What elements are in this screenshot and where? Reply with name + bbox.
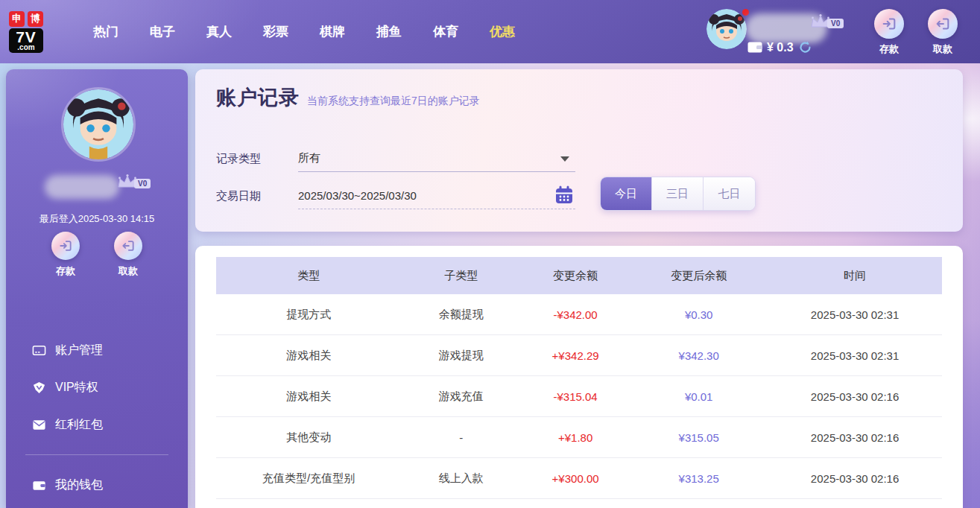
record-type-filter: 记录类型 所有: [216, 145, 575, 172]
deposit-label: 存款: [45, 264, 86, 278]
nav-item-hot[interactable]: 热门: [78, 16, 134, 48]
nav-item-board-games[interactable]: 棋牌: [304, 16, 361, 48]
cell-type: 游戏相关: [216, 390, 401, 404]
sidebar-item-vip-privileges[interactable]: VIP特权: [6, 369, 188, 406]
logo-badge-shen: 申: [9, 11, 25, 27]
deposit-icon: [51, 232, 80, 260]
main-content: 账户记录 当前系统支持查询最近7日的账户记录 记录类型 所有 交易日期 2025…: [195, 69, 963, 508]
cell-change: -¥342.00: [521, 308, 630, 321]
nav-item-slots[interactable]: 电子: [134, 16, 191, 48]
avatar[interactable]: [706, 9, 747, 49]
wallet-icon: [31, 477, 46, 492]
withdraw-icon: [928, 9, 958, 39]
cell-subtype: 游戏充值: [401, 390, 521, 404]
chevron-down-icon[interactable]: [560, 156, 569, 162]
site-logo[interactable]: 申 博 7V .com: [9, 11, 55, 53]
main-nav: 热门 电子 真人 彩票 棋牌 捕鱼 体育 优惠: [78, 16, 531, 48]
cell-change: +¥300.00: [521, 472, 630, 485]
vip-level[interactable]: V0: [809, 13, 844, 30]
cell-type: 充值类型/充值型别: [216, 472, 401, 486]
cell-after: ¥0.30: [630, 308, 768, 321]
nav-item-promotions[interactable]: 优惠: [474, 16, 531, 48]
table-row: 充值类型/充值型别 线上入款 +¥300.00 ¥313.25 2025-03-…: [216, 458, 942, 499]
range-button-seven-days[interactable]: 七日: [704, 177, 755, 210]
topbar-quick-actions: 存款 取款: [868, 9, 964, 56]
date-range-filter: 交易日期 2025/03/30~2025/03/30: [216, 182, 575, 209]
deposit-button[interactable]: 存款: [868, 9, 910, 56]
date-range-segment: 今日 三日 七日: [600, 177, 756, 211]
sidebar-item-bonus-redpacket[interactable]: 红利红包: [6, 406, 188, 443]
cell-subtype: 余额提现: [401, 308, 521, 322]
col-header-time: 时间: [768, 269, 942, 283]
cell-time: 2025-03-30 02:31: [768, 349, 942, 362]
page-subtitle: 当前系统支持查询最近7日的账户记录: [307, 95, 480, 108]
date-range-label: 交易日期: [216, 189, 298, 203]
sidebar-item-label: 我的钱包: [55, 477, 103, 493]
record-type-value: 所有: [298, 151, 320, 165]
vip-badge: V0: [134, 179, 151, 188]
topbar-user-area: V0 ¥ 0.3: [706, 7, 870, 57]
cell-subtype: 游戏提现: [401, 349, 521, 363]
envelope-icon: [31, 417, 46, 432]
logo-main: 7V .com: [9, 28, 43, 53]
table-row: 提现方式 余额提现 -¥342.00 ¥0.30 2025-03-30 02:3…: [216, 294, 942, 335]
cell-after: ¥342.30: [630, 349, 768, 362]
records-table-panel: 类型 子类型 变更余额 变更后余额 时间 提现方式 余额提现 -¥342.00 …: [195, 246, 963, 508]
nav-item-fishing[interactable]: 捕鱼: [361, 16, 417, 48]
vip-badge: V0: [827, 19, 844, 28]
sidebar-item-account-management[interactable]: 账户管理: [6, 331, 188, 369]
records-header-panel: 账户记录 当前系统支持查询最近7日的账户记录 记录类型 所有 交易日期 2025…: [195, 69, 963, 232]
table-row: 其他变动 - +¥1.80 ¥315.05 2025-03-30 02:16: [216, 417, 942, 458]
sidebar-item-my-wallet[interactable]: 我的钱包: [6, 466, 188, 504]
logo-7v-text: 7V: [9, 29, 43, 45]
cell-subtype: -: [401, 431, 521, 444]
cell-subtype: 线上入款: [401, 472, 521, 486]
cell-time: 2025-03-30 02:16: [768, 472, 942, 485]
sidebar: V0 最后登入2025-03-30 14:15 存款 取款: [6, 69, 188, 508]
balance-row: ¥ 0.3: [747, 40, 812, 54]
record-type-label: 记录类型: [216, 152, 298, 166]
refresh-icon[interactable]: [798, 40, 812, 54]
cell-time: 2025-03-30 02:31: [768, 308, 942, 321]
sidebar-item-label: VIP特权: [55, 380, 98, 396]
bank-card-icon: [31, 343, 46, 358]
calendar-icon[interactable]: [554, 185, 574, 205]
menu-divider: [25, 454, 168, 455]
table-row: 游戏相关 游戏充值 -¥315.04 ¥0.01 2025-03-30 02:1…: [216, 376, 942, 417]
page-title: 账户记录: [216, 84, 300, 111]
col-header-subtype: 子类型: [401, 269, 521, 283]
cell-time: 2025-03-30 02:16: [768, 390, 942, 403]
sidebar-quick-actions: 存款 取款: [6, 232, 188, 278]
title-row: 账户记录 当前系统支持查询最近7日的账户记录: [216, 84, 942, 111]
withdraw-icon: [114, 232, 142, 260]
sidebar-menu: 账户管理 VIP特权 红利红包 我的钱包 交易记录: [6, 331, 188, 508]
sidebar-item-transaction-records[interactable]: 交易记录: [6, 504, 188, 508]
logo-com-text: .com: [9, 44, 43, 51]
cell-type: 游戏相关: [216, 349, 401, 363]
nav-item-live[interactable]: 真人: [191, 16, 247, 48]
nav-item-sports[interactable]: 体育: [417, 16, 474, 48]
last-login-text: 最后登入2025-03-30 14:15: [6, 212, 188, 226]
vip-shield-icon: [31, 380, 46, 395]
range-button-three-days[interactable]: 三日: [652, 177, 704, 210]
sidebar-withdraw-button[interactable]: 取款: [107, 232, 149, 278]
col-header-change: 变更余额: [521, 269, 630, 283]
topbar: 申 博 7V .com 热门 电子 真人 彩票 棋牌 捕鱼 体育 优惠: [0, 0, 980, 63]
date-range-input[interactable]: 2025/03/30~2025/03/30: [298, 182, 575, 209]
range-button-today[interactable]: 今日: [601, 177, 652, 210]
sidebar-avatar[interactable]: [61, 87, 136, 162]
record-type-select[interactable]: 所有: [298, 145, 575, 172]
balance-amount: ¥ 0.3: [767, 41, 794, 54]
nav-item-lottery[interactable]: 彩票: [247, 16, 304, 48]
notification-dot: [742, 9, 749, 16]
logo-badges: 申 博: [9, 11, 55, 27]
withdraw-label: 取款: [107, 264, 149, 278]
table-header-row: 类型 子类型 变更余额 变更后余额 时间: [216, 257, 942, 294]
sidebar-username-blurred: [45, 175, 119, 199]
withdraw-button[interactable]: 取款: [922, 9, 964, 56]
sidebar-deposit-button[interactable]: 存款: [45, 232, 86, 278]
sidebar-vip-level[interactable]: V0: [116, 174, 151, 190]
cell-time: 2025-03-30 02:16: [768, 431, 942, 444]
date-range-value: 2025/03/30~2025/03/30: [298, 189, 417, 202]
avatar-image: [706, 9, 747, 49]
